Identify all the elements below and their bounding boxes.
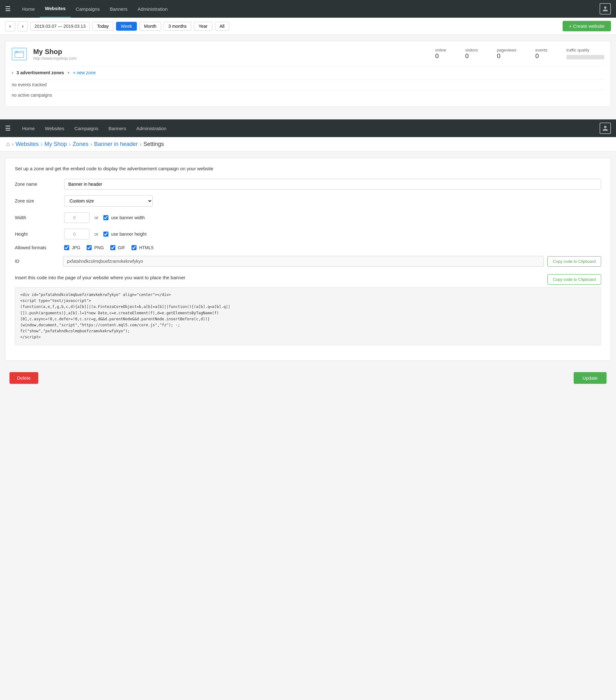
prev-button[interactable]: ‹ [5, 21, 15, 31]
nav-campaigns-1[interactable]: Campaigns [71, 1, 105, 17]
nav-websites-2[interactable]: Websites [40, 120, 69, 137]
embed-top: Insert this code into the page of your w… [15, 274, 601, 285]
zone-name-input[interactable] [64, 179, 601, 189]
nav-admin-2[interactable]: Administration [131, 120, 171, 137]
zone-size-row: Zone size Custom size Banner 728x90 Rect… [15, 195, 601, 207]
code-block: <div id="pxfatahndkcolmqbuefzramvkekrwfy… [15, 287, 601, 345]
nav-home-1[interactable]: Home [17, 1, 40, 17]
update-button[interactable]: Update [574, 372, 606, 384]
user-icon-1[interactable] [600, 3, 611, 14]
date-range: 2019.03.07 — 2019.03.13 [30, 22, 90, 30]
width-input[interactable] [64, 212, 89, 223]
menu-icon-2[interactable]: ☰ [5, 124, 11, 132]
nav-banners-1[interactable]: Banners [104, 1, 133, 17]
copy-id-button[interactable]: Copy code to Clipboard [547, 256, 601, 266]
website-url[interactable]: http://www.myshop.com [33, 56, 429, 61]
zone-size-select[interactable]: Custom size Banner 728x90 Rectangle 300x… [64, 195, 153, 207]
stat-traffic: traffic quality [566, 48, 604, 60]
stat-pageviews: pageviews 0 [497, 48, 516, 60]
navbar-top: ☰ Home Websites Campaigns Banners Admini… [0, 0, 616, 18]
website-card: My Shop http://www.myshop.com online 0 v… [5, 41, 611, 107]
format-jpg-checkbox[interactable] [64, 245, 69, 250]
zone-name-row: Zone name [15, 179, 601, 189]
width-checkbox-text: use banner width [111, 215, 145, 220]
breadcrumb-myshop[interactable]: My Shop [45, 141, 67, 148]
svg-point-2 [17, 52, 18, 52]
height-checkbox[interactable] [103, 232, 108, 237]
sep-4: › [90, 141, 92, 148]
month-button[interactable]: Month [139, 22, 161, 30]
format-png-label[interactable]: PNG [87, 245, 104, 250]
width-checkbox-label[interactable]: use banner width [103, 215, 145, 220]
zone-chevron-icon[interactable]: › [12, 70, 13, 75]
format-png-checkbox[interactable] [87, 245, 92, 250]
traffic-bar [566, 55, 604, 59]
format-gif-label[interactable]: GIF [110, 245, 125, 250]
breadcrumb-banner[interactable]: Banner in header [94, 141, 138, 148]
nav-banners-2[interactable]: Banners [103, 120, 131, 137]
embed-description: Insert this code into the page of your w… [15, 274, 542, 282]
plus-icon: + [67, 70, 70, 75]
zone-name-label: Zone name [15, 182, 59, 187]
nav-campaigns-2[interactable]: Campaigns [69, 120, 103, 137]
three-months-button[interactable]: 3 months [164, 22, 192, 30]
breadcrumb: ⌂ › Websites › My Shop › Zones › Banner … [0, 137, 616, 152]
sep-2: › [41, 141, 43, 148]
id-input [63, 256, 544, 266]
sep-3: › [69, 141, 71, 148]
format-gif-text: GIF [118, 245, 125, 250]
formats-row: Allowed formats JPG PNG GIF HTML5 [15, 245, 601, 250]
svg-point-1 [16, 52, 16, 52]
website-section: My Shop http://www.myshop.com online 0 v… [0, 35, 616, 113]
format-png-text: PNG [94, 245, 104, 250]
sep-5: › [140, 141, 141, 148]
all-button[interactable]: All [215, 22, 230, 30]
no-events-row: no events tracked [12, 79, 604, 90]
height-checkbox-label[interactable]: use banner height [103, 232, 146, 237]
website-header: My Shop http://www.myshop.com online 0 v… [12, 48, 604, 66]
height-or: or [95, 232, 98, 237]
year-button[interactable]: Year [194, 22, 212, 30]
id-row: ID Copy code to Clipboard [15, 256, 601, 266]
zone-size-label: Zone size [15, 198, 59, 203]
create-website-button[interactable]: + Create website [563, 21, 611, 31]
new-zone-link[interactable]: + new zone [73, 70, 96, 75]
today-button[interactable]: Today [92, 22, 113, 30]
width-label: Width [15, 215, 59, 220]
action-row: Delete Update [0, 367, 616, 389]
height-row: Height or use banner height [15, 229, 601, 239]
delete-button[interactable]: Delete [10, 372, 38, 384]
section-divider [0, 113, 616, 120]
format-html5-text: HTML5 [139, 245, 153, 250]
nav-home-2[interactable]: Home [17, 120, 40, 137]
formats-label: Allowed formats [15, 245, 59, 250]
format-html5-checkbox[interactable] [132, 245, 137, 250]
website-name: My Shop [33, 48, 429, 56]
breadcrumb-websites[interactable]: Websites [15, 141, 39, 148]
form-section: Set up a zone and get the embed code to … [5, 158, 611, 361]
menu-icon[interactable]: ☰ [5, 5, 11, 13]
zone-row: › 3 advertisement zones + + new zone [12, 66, 604, 79]
form-description: Set up a zone and get the embed code to … [15, 166, 601, 171]
embed-section: Insert this code into the page of your w… [15, 274, 601, 345]
week-button[interactable]: Week [116, 22, 137, 30]
width-checkbox[interactable] [103, 215, 108, 220]
breadcrumb-zones[interactable]: Zones [73, 141, 88, 148]
nav-admin-1[interactable]: Administration [133, 1, 173, 17]
nav-websites-1[interactable]: Websites [40, 0, 71, 18]
next-button[interactable]: › [18, 21, 28, 31]
height-input[interactable] [64, 229, 89, 239]
id-label: ID [15, 259, 59, 264]
home-icon[interactable]: ⌂ [6, 141, 10, 148]
copy-embed-button[interactable]: Copy code to Clipboard [547, 274, 601, 285]
website-info: My Shop http://www.myshop.com [33, 48, 429, 61]
website-stats: online 0 visitors 0 pageviews 0 events 0… [435, 48, 604, 60]
user-icon-2[interactable] [600, 123, 611, 134]
formats-checkboxes: JPG PNG GIF HTML5 [64, 245, 153, 250]
format-gif-checkbox[interactable] [110, 245, 115, 250]
format-html5-label[interactable]: HTML5 [132, 245, 153, 250]
website-icon [12, 48, 27, 60]
format-jpg-label[interactable]: JPG [64, 245, 80, 250]
format-jpg-text: JPG [72, 245, 80, 250]
stat-online: online 0 [435, 48, 446, 60]
